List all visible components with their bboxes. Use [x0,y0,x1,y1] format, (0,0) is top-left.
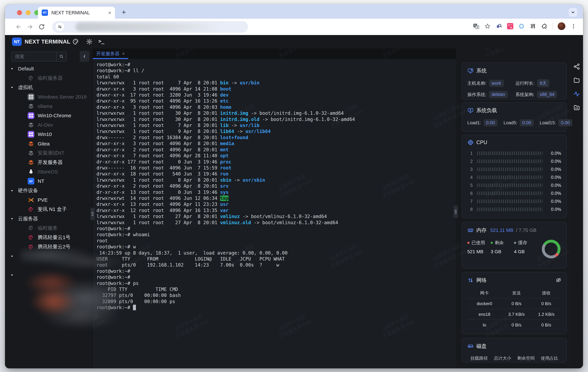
sidebar-item-label: Win10 [38,131,52,137]
address-bar[interactable] [52,21,248,33]
panel-resize-handle[interactable] [453,206,458,218]
terminal-line: drwxr-xr-x 95 root root 4096 Apr 16 13:2… [96,98,456,104]
app-title: NEXT TERMINAL [25,39,70,45]
field-label: 运行时长: [515,80,535,86]
gear-icon[interactable] [86,38,93,45]
svg-text:A: A [510,26,512,29]
sidebar-collapse-button[interactable] [80,51,89,62]
sidebar-item[interactable]: Win10-Chrome [5,111,93,120]
terminal-icon[interactable]: >_ [98,38,104,44]
blurred-group-content [21,249,129,268]
tab-close-icon[interactable]: × [108,10,111,15]
legend-dot [514,242,516,244]
search-placeholder: 搜索 [12,53,56,60]
linux-icon [28,168,34,175]
extensions-puzzle-icon [541,23,547,29]
memory-card: 内存 521.11 MB / 7.75 GB 已使用剩余缓存521 MB3 GB… [462,222,567,269]
chevron-down-icon [571,10,575,14]
disk-column-header: 总计大小 [491,355,514,361]
sidebar-item[interactable]: 斐讯 N1 盒子 [5,205,93,214]
sidebar-category[interactable]: 云服务器 [5,214,93,223]
sidebar-item[interactable]: AI-Dev [5,120,93,130]
sidebar-item[interactable]: 开发服务器 [5,158,93,167]
activity-icon[interactable] [573,90,580,98]
cpu-core-number: 4 [467,175,473,180]
ext-ring-icon[interactable] [518,23,525,29]
sidebar-item[interactable]: 腾讯轻量云1号 [5,233,93,242]
kebab-menu-icon[interactable] [570,23,577,29]
debian-gray-icon [28,75,34,81]
ram-icon [467,227,474,233]
eye-off-icon[interactable] [556,277,561,283]
disk-column-header: 挂载路径 [467,355,491,361]
terminal-pane: 开发服务器 × root@work:~#root@work:~# ll /tot… [93,48,456,368]
forward-icon[interactable] [27,23,33,30]
profile-avatar[interactable] [558,22,565,30]
field-value: 0.00 [483,119,498,126]
sidebar-category[interactable]: Default [5,64,93,73]
ext-price-search-icon[interactable] [496,23,502,29]
tab-favicon: NT [42,10,48,16]
back-icon[interactable] [15,23,22,30]
terminal-line: drwxr-xr-x 2 root root 4096 Apr 8 20:01 … [96,147,456,153]
google-translate-icon[interactable]: G [473,23,479,29]
folder-icon[interactable] [573,77,580,84]
disk-table-headers: 挂载路径总计大小剩余空间使用占比 [467,355,561,361]
card-title: 磁盘 [476,343,487,350]
memory-used-value: 521.11 MB [490,228,513,233]
sidebar-item[interactable]: Win10 [5,130,93,139]
bookmark-star-icon[interactable] [484,23,491,29]
terminal-output[interactable]: root@work:~#root@work:~# ll /total 60lrw… [93,59,456,368]
code-folder-icon[interactable] [573,104,580,111]
share-icon[interactable] [573,63,580,70]
browser-tab[interactable]: NT NEXT TERMINAL × [38,7,115,19]
memory-legend-name: 剩余 [491,240,514,246]
sidebar-item-label: Gitea [38,141,50,147]
sidebar-item[interactable]: 安装测试NT [5,148,93,158]
cpu-core-number: 3 [467,167,473,172]
sidebar-item[interactable]: PVE [5,195,93,205]
terminal-line: lrwxrwxrwx 1 root root 7 Apr 8 20:01 bin… [96,80,456,86]
search-icon[interactable] [56,52,66,61]
search-input[interactable]: 搜索 [11,52,67,62]
sidebar-item[interactable]: iStoreOS [5,167,93,176]
windows-purple-icon [28,112,34,119]
sidebar-item[interactable]: Windows Server 2019 [5,92,93,102]
sidebar-item[interactable]: ollama [5,102,93,111]
card-title: 网络 [476,277,487,284]
sidebar-item[interactable]: 临时服务器 [5,73,93,83]
browser-tab-strip: NT NEXT TERMINAL × + [5,4,583,19]
extensions-puzzle-icon[interactable] [541,23,547,29]
sidebar-item[interactable]: Gitea [5,139,93,148]
chevron-down-icon [10,217,14,221]
session-tab-label: 开发服务器 [96,51,119,57]
chevron-down-icon[interactable] [10,273,14,277]
minimize-window-button[interactable] [26,10,31,15]
tab-search-button[interactable] [569,8,577,17]
sidebar-category[interactable]: 硬件设备 [5,186,93,195]
chevron-down-icon[interactable] [10,254,14,258]
sidebar-item[interactable]: NTNT [5,176,93,186]
terminal-line: drwxr-xr-x 3 root root 4096 Apr 14 21:08… [96,86,456,92]
sidebar-category[interactable]: 虚拟机 [5,83,93,92]
info-field: 主机名称:work [467,79,515,87]
sidebar-item-label: Windows Server 2019 [38,94,86,100]
terminal-line: drwxr-xr-x 2 root root 4096 Apr 8 20:01 … [96,183,456,189]
palette-icon[interactable] [72,38,79,45]
system-card: 系统 主机名称:work运行时长:8天操作系统:debian系统架构:x86_6… [462,63,567,99]
cpu-core-number: 1 [467,151,473,156]
session-tab[interactable]: 开发服务器 × [93,48,128,59]
debian-red-icon [28,234,34,241]
new-tab-button[interactable]: + [122,8,126,16]
sidebar-item[interactable]: 临时服务 [5,223,93,233]
sidebar-item-label: 安装测试NT [38,150,64,156]
ext-translate-icon[interactable]: 中A [507,23,513,29]
tune-icon[interactable] [55,22,64,31]
reload-icon[interactable] [38,23,45,30]
session-tab-close-icon[interactable]: × [122,51,125,56]
ext-keys-icon[interactable] [530,23,536,29]
cpu-usage-bar [477,208,543,211]
close-window-button[interactable] [17,10,22,15]
sidebar-resize-handle[interactable] [90,208,95,220]
field-value: 0.00 [558,119,573,126]
